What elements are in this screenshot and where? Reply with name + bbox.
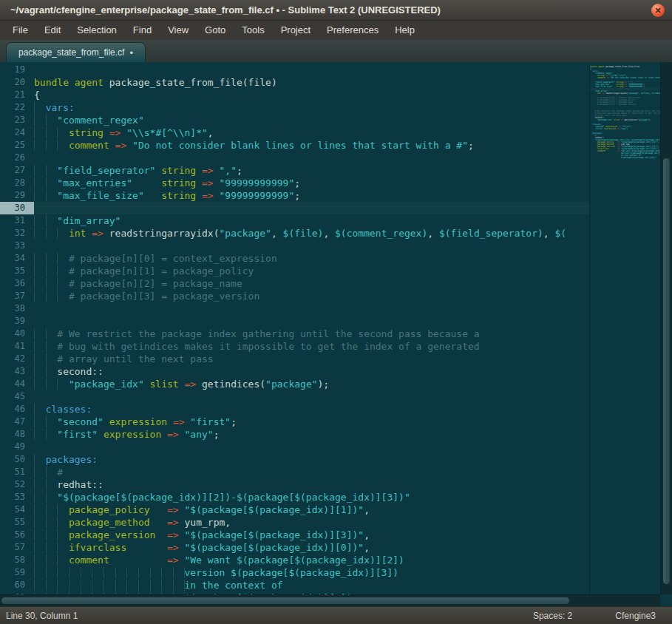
- line-number: 46: [0, 403, 34, 416]
- code-line[interactable]: 60 in the context of: [0, 579, 589, 591]
- line-number: 38: [0, 302, 34, 315]
- code-line[interactable]: 28 "max_entries" string => "99999999999"…: [0, 177, 589, 189]
- line-number: 23: [0, 114, 34, 126]
- code-line[interactable]: 19: [0, 64, 589, 76]
- menu-bar: FileEditSelectionFindViewGotoToolsProjec…: [0, 21, 672, 40]
- horizontal-scrollbar-thumb[interactable]: [1, 597, 569, 604]
- code-line[interactable]: 34 # package[n][0] = context_expression: [0, 252, 589, 265]
- code-text: int => readstringarrayidx("package", $(f…: [590, 92, 660, 95]
- code-line[interactable]: 33: [0, 240, 589, 252]
- code-text: # package[n][0] = context_expression: [34, 252, 277, 265]
- line-number: 59: [0, 566, 34, 579]
- code-line[interactable]: 58 comment => "We want $(package[$(packa…: [0, 554, 589, 566]
- menu-item-tools[interactable]: Tools: [234, 21, 272, 40]
- code-text: bundle agent package_state_from_file(fil…: [34, 76, 277, 89]
- code-text: comment => "We want $(package[$(package_…: [34, 554, 404, 566]
- menu-item-project[interactable]: Project: [273, 21, 319, 40]
- line-number: 49: [0, 441, 34, 453]
- code-line[interactable]: 44 "package_idx" slist => getindices("pa…: [0, 378, 589, 390]
- menu-item-preferences[interactable]: Preferences: [319, 21, 387, 40]
- close-icon: ✕: [654, 7, 661, 15]
- code-text: "package_idx" slist => getindices("packa…: [590, 119, 651, 121]
- code-text: in the context of: [34, 579, 283, 591]
- menu-item-find[interactable]: Find: [125, 21, 160, 40]
- code-line[interactable]: 23 "comment_regex": [0, 114, 589, 126]
- code-text: comment => "Do not consider blank lines …: [34, 139, 474, 152]
- code-line[interactable]: 48 "first" expression => "any";: [0, 428, 589, 441]
- menu-item-selection[interactable]: Selection: [69, 21, 124, 40]
- code-line[interactable]: 30: [0, 202, 589, 214]
- line-number: 32: [0, 227, 34, 240]
- code-text: "max_entries" string => "99999999999";: [34, 177, 300, 189]
- code-line[interactable]: 29 "max_file_size" string => "9999999999…: [0, 189, 589, 202]
- code-line[interactable]: 41 # bug with getindices makes it imposs…: [0, 340, 589, 353]
- code-text: "package_idx" slist => getindices("packa…: [34, 378, 329, 390]
- line-number: 51: [0, 466, 34, 478]
- close-button[interactable]: ✕: [651, 4, 665, 17]
- line-number: 52: [0, 478, 34, 491]
- code-line[interactable]: 52 redhat::: [0, 478, 589, 491]
- code-line[interactable]: 59 version $(package[$(package_idx)][3]): [0, 566, 589, 579]
- code-line[interactable]: 25 comment => "Do not consider blank lin…: [0, 139, 589, 152]
- code-line[interactable]: 55 package_method => yum_rpm,: [0, 516, 589, 529]
- code-line: "package_idx" slist => getindices("packa…: [590, 119, 660, 121]
- code-line[interactable]: 57 ifvarclass => "$(package[$(package_id…: [0, 541, 589, 554]
- code-text: version $(package[$(package_idx)][3]): [34, 566, 398, 579]
- vertical-scrollbar-thumb[interactable]: [663, 158, 670, 584]
- menu-item-view[interactable]: View: [160, 21, 197, 40]
- code-text: vars:: [34, 101, 75, 114]
- vertical-scrollbar[interactable]: [660, 62, 672, 594]
- code-line[interactable]: 36 # package[n][2] = package_name: [0, 277, 589, 290]
- minimap[interactable]: bundle agent package_state_from_file(fil…: [589, 64, 660, 594]
- indent-setting[interactable]: Spaces: 2: [533, 611, 572, 621]
- code-line[interactable]: 53 "$(package[$(package_idx)][2])-$(pack…: [0, 491, 589, 503]
- code-line[interactable]: 40 # We restrict the package index gathe…: [0, 328, 589, 340]
- line-number: 27: [0, 164, 34, 177]
- line-number: 55: [0, 516, 34, 529]
- code-line[interactable]: 26: [0, 152, 589, 164]
- code-line[interactable]: 27 "field_seperator" string => ",";: [0, 164, 589, 177]
- menu-item-file[interactable]: File: [4, 21, 36, 40]
- code-line[interactable]: 37 # package[n][3] = package_version: [0, 290, 589, 302]
- code-line[interactable]: 50 packages:: [0, 453, 589, 466]
- code-line[interactable]: 46 classes:: [0, 403, 589, 416]
- code-line[interactable]: 43 second::: [0, 365, 589, 378]
- code-line[interactable]: 32 int => readstringarrayidx("package", …: [0, 227, 589, 240]
- menu-item-help[interactable]: Help: [387, 21, 423, 40]
- code-text: "comment_regex": [34, 114, 144, 126]
- code-line[interactable]: 24 string => "\\s*#[^\\n]*",: [0, 126, 589, 139]
- line-number: 19: [0, 64, 34, 76]
- code-line[interactable]: 31 "dim_array": [0, 214, 589, 227]
- code-line[interactable]: 51 #: [0, 466, 589, 478]
- code-line[interactable]: 21{: [0, 89, 589, 101]
- menu-item-goto[interactable]: Goto: [197, 21, 234, 40]
- code-text: "field_seperator" string => ",";: [34, 164, 242, 177]
- code-line[interactable]: 22 vars:: [0, 101, 589, 114]
- tab-package-state-from-file[interactable]: package_state_from_file.cf •: [6, 42, 146, 62]
- line-number: 57: [0, 541, 34, 554]
- code-line[interactable]: 54 package_policy => "$(package[$(packag…: [0, 503, 589, 516]
- horizontal-scrollbar[interactable]: [0, 594, 660, 606]
- code-text: # We restrict the package index gatherin…: [34, 328, 480, 340]
- syntax-mode[interactable]: Cfengine3: [615, 611, 656, 621]
- code-line[interactable]: 39: [0, 315, 589, 328]
- code-line[interactable]: 20bundle agent package_state_from_file(f…: [0, 76, 589, 89]
- code-text: # package[n][1] = package_policy: [34, 265, 254, 277]
- line-number: 53: [0, 491, 34, 503]
- code-line[interactable]: 42 # array until the next pass: [0, 353, 589, 365]
- code-line[interactable]: 38: [0, 302, 589, 315]
- code-text: # package[n][3] = package_version: [34, 290, 259, 302]
- menu-item-edit[interactable]: Edit: [36, 21, 69, 40]
- code-text: string => "\\s*#[^\\n]*",: [34, 126, 214, 139]
- title-bar[interactable]: ~/vagrant/cfengine_enterprise/package_st…: [0, 0, 672, 21]
- code-text: package_method => yum_rpm,: [34, 516, 231, 529]
- code-text: # bug with getindices makes it impossibl…: [34, 340, 480, 353]
- code-line[interactable]: 47 "second" expression => "first";: [0, 416, 589, 428]
- code-line[interactable]: 49: [0, 441, 589, 453]
- code-line[interactable]: 56 package_version => "$(package[$(packa…: [0, 529, 589, 541]
- code-area[interactable]: 1920bundle agent package_state_from_file…: [0, 64, 589, 594]
- code-line[interactable]: 35 # package[n][1] = package_policy: [0, 265, 589, 277]
- line-number: 20: [0, 76, 34, 89]
- code-line[interactable]: 45: [0, 390, 589, 403]
- line-number: 56: [0, 529, 34, 541]
